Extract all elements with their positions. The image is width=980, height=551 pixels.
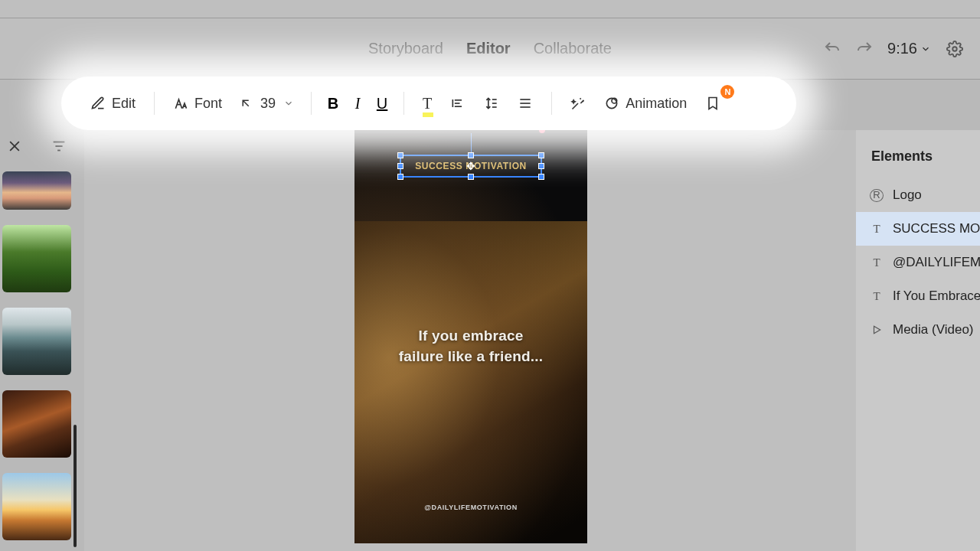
move-cursor-icon: ✥ (466, 160, 475, 172)
nav-tabs: Storyboard Editor Collaborate (368, 40, 612, 57)
edit-button[interactable]: Edit (83, 91, 143, 116)
font-label: Font (194, 96, 222, 112)
pencil-icon (90, 96, 106, 111)
animation-label: Animation (626, 96, 687, 112)
resize-handle-tr[interactable] (538, 152, 544, 158)
media-thumbnail[interactable] (2, 473, 71, 540)
canvas-area: SUCCESS MOTIVATION ✥ If you embrace fail… (84, 130, 858, 551)
settings-icon[interactable] (945, 39, 965, 59)
media-library-panel (0, 130, 74, 551)
svg-marker-19 (874, 326, 880, 333)
close-icon (7, 139, 22, 154)
font-icon (173, 96, 188, 111)
tab-collaborate[interactable]: Collaborate (534, 40, 612, 57)
text-align-button[interactable] (510, 91, 541, 116)
play-icon (870, 323, 884, 337)
separator (154, 92, 155, 115)
line-spacing-icon (484, 96, 499, 111)
tab-storyboard[interactable]: Storyboard (368, 40, 443, 57)
edit-label: Edit (112, 96, 136, 112)
font-size-control[interactable]: 39 (233, 96, 300, 112)
new-badge: N (720, 85, 734, 99)
filter-icon (51, 138, 67, 155)
media-thumbnail[interactable] (2, 225, 71, 292)
caption-line2: failure like a friend... (354, 347, 587, 367)
font-size-value: 39 (260, 96, 276, 112)
caption-text-element[interactable]: If you embrace failure like a friend... (354, 326, 587, 367)
elements-header: Elements (856, 130, 980, 178)
magic-wand-icon (570, 96, 586, 111)
resize-handle-bm[interactable] (468, 174, 474, 180)
separator (403, 92, 404, 115)
element-item-caption-text[interactable]: T If You Embrace Failure (856, 279, 980, 313)
line-spacing-button[interactable] (476, 91, 507, 116)
window-top-strip (0, 0, 980, 18)
chevron-down-icon (283, 98, 294, 109)
scrollbar[interactable] (74, 425, 77, 547)
main-nav: Storyboard Editor Collaborate 9:16 (0, 18, 980, 80)
element-label: Logo (893, 187, 922, 203)
text-icon: T (870, 289, 884, 303)
svg-point-0 (952, 47, 957, 51)
align-left-icon (450, 96, 466, 111)
elements-panel: Elements R Logo T SUCCESS MOTIVATION T @… (856, 130, 980, 551)
resize-handle-tl[interactable] (397, 152, 403, 158)
resize-handle-br[interactable] (538, 174, 544, 180)
bold-button[interactable]: B (322, 95, 344, 112)
resize-handle-ml[interactable] (397, 163, 403, 169)
handle-text-element[interactable]: @DAILYLIFEMOTIVATION (354, 504, 587, 511)
element-label: SUCCESS MOTIVATION (893, 221, 980, 236)
aspect-ratio-selector[interactable]: 9:16 (887, 40, 931, 57)
text-color-icon: T (423, 95, 432, 112)
tab-editor[interactable]: Editor (466, 40, 511, 57)
resize-handle-bl[interactable] (397, 174, 403, 180)
element-label: Media (Video) (893, 322, 974, 337)
element-item-logo[interactable]: R Logo (856, 178, 980, 212)
media-thumbnail[interactable] (2, 308, 71, 375)
bookmark-icon (705, 96, 720, 111)
undo-icon[interactable] (823, 40, 841, 58)
text-icon: T (870, 222, 884, 236)
font-button[interactable]: Font (165, 91, 230, 116)
media-thumbnail[interactable] (2, 171, 71, 210)
element-label: @DAILYLIFEMOTIVATION (893, 255, 980, 270)
align-justify-icon (518, 96, 533, 111)
animation-icon (604, 96, 619, 111)
effects-button[interactable] (563, 91, 593, 116)
element-item-handle-text[interactable]: T @DAILYLIFEMOTIVATION (856, 246, 980, 279)
aspect-ratio-value: 9:16 (887, 40, 917, 57)
selection-box[interactable]: ✥ (400, 155, 542, 178)
bookmark-button[interactable]: N (697, 91, 728, 116)
video-preview[interactable]: SUCCESS MOTIVATION ✥ If you embrace fail… (354, 130, 587, 543)
text-edit-toolbar: Edit Font 39 B I U T Animation N (61, 77, 796, 130)
align-left-button[interactable] (443, 91, 473, 116)
separator (311, 92, 312, 115)
text-icon: T (870, 256, 884, 269)
italic-button[interactable]: I (347, 95, 368, 112)
separator (551, 92, 552, 115)
text-color-button[interactable]: T (415, 90, 439, 117)
element-label: If You Embrace Failure (893, 289, 980, 304)
redo-icon[interactable] (855, 40, 874, 58)
element-item-title-text[interactable]: T SUCCESS MOTIVATION (856, 212, 980, 246)
animation-button[interactable]: Animation (596, 91, 694, 116)
resize-handle-tm[interactable] (468, 152, 474, 158)
filter-button[interactable] (49, 136, 69, 156)
resize-handle-mr[interactable] (538, 163, 544, 169)
close-panel-button[interactable] (5, 136, 24, 156)
chevron-down-icon (920, 44, 931, 54)
autosize-icon (239, 96, 253, 110)
media-thumbnail[interactable] (2, 390, 71, 458)
element-item-media[interactable]: Media (Video) (856, 313, 980, 347)
underline-button[interactable]: U (371, 95, 393, 112)
registered-icon: R (870, 189, 884, 202)
caption-line1: If you embrace (354, 326, 587, 347)
